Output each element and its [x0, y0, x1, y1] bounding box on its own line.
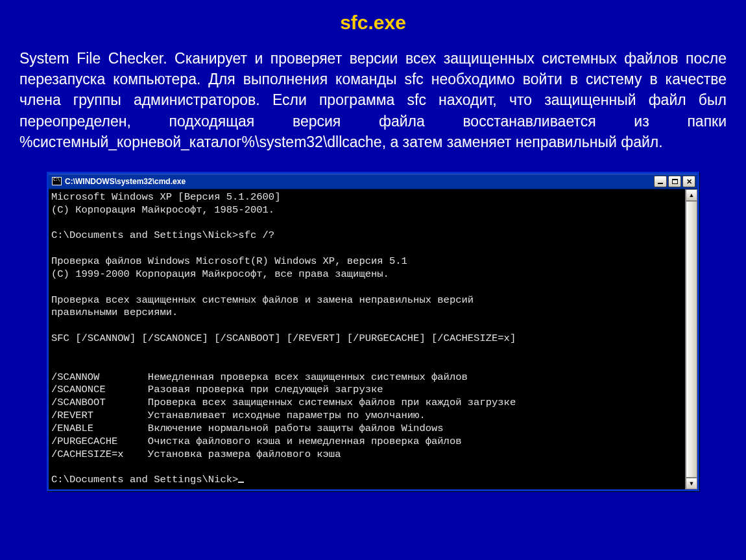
window-controls: [654, 176, 695, 187]
scroll-up-button[interactable]: ▲: [686, 189, 697, 201]
slide-title: sfc.exe: [19, 12, 727, 34]
console-line: /SCANBOOT Проверка всех защищенных систе…: [51, 397, 516, 408]
cursor-icon: [238, 482, 244, 483]
console-line: (C) 1999-2000 Корпорация Майкрософт, все…: [51, 268, 389, 280]
console-line: Проверка всех защищенных системных файло…: [51, 294, 474, 306]
console-line: Microsoft Windows XP [Версия 5.1.2600]: [51, 191, 280, 203]
cmd-window: C:\WINDOWS\system32\cmd.exe Microsoft Wi…: [47, 172, 699, 491]
console-output[interactable]: Microsoft Windows XP [Версия 5.1.2600] (…: [49, 189, 685, 489]
scroll-thumb[interactable]: [686, 201, 697, 478]
scroll-track[interactable]: [686, 201, 697, 478]
window-titlebar[interactable]: C:\WINDOWS\system32\cmd.exe: [49, 174, 697, 189]
console-line: /CACHESIZE=x Установка размера файлового…: [51, 449, 341, 460]
console-line: SFC [/SCANNOW] [/SCANONCE] [/SCANBOOT] […: [51, 332, 516, 344]
console-prompt: C:\Documents and Settings\Nick>: [51, 474, 238, 485]
window-title-text: C:\WINDOWS\system32\cmd.exe: [65, 177, 654, 186]
scroll-down-button[interactable]: ▼: [686, 478, 697, 489]
console-line: /SCANONCE Разовая проверка при следующей…: [51, 384, 383, 395]
slide-description: System File Checker. Сканирует и проверя…: [19, 48, 727, 152]
cmd-icon: [52, 177, 62, 185]
console-line: /PURGECACHE Очистка файлового кэша и нем…: [51, 436, 462, 447]
console-line: /REVERT Устанавливает исходные параметры…: [51, 410, 426, 421]
console-line: /SCANNOW Немедленная проверка всех защищ…: [51, 371, 468, 383]
close-button[interactable]: [682, 176, 695, 187]
console-line: Проверка файлов Windows Microsoft(R) Win…: [51, 255, 407, 267]
console-line: C:\Documents and Settings\Nick>sfc /?: [51, 229, 274, 241]
console-line: (С) Корпорация Майкрософт, 1985-2001.: [51, 204, 274, 216]
console-container: Microsoft Windows XP [Версия 5.1.2600] (…: [49, 189, 697, 489]
minimize-button[interactable]: [654, 176, 667, 187]
slide: sfc.exe System File Checker. Сканирует и…: [0, 0, 746, 560]
scrollbar[interactable]: ▲ ▼: [685, 189, 697, 489]
maximize-button[interactable]: [668, 176, 681, 187]
console-line: правильными версиями.: [51, 307, 178, 318]
console-line: /ENABLE Включение нормальной работы защи…: [51, 423, 444, 434]
